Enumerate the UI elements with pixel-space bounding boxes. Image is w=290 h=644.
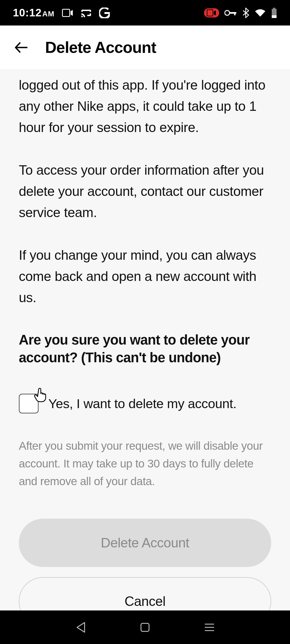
cancel-button[interactable]: Cancel (19, 577, 271, 610)
google-g-icon (99, 8, 110, 18)
svg-rect-5 (273, 8, 275, 9)
status-time: 10:12AM (13, 7, 55, 19)
nav-home-button[interactable] (137, 619, 153, 635)
svg-rect-7 (272, 15, 277, 18)
nav-back-button[interactable] (73, 619, 89, 635)
info-paragraph-1: logged out of this app. If you're logged… (19, 75, 271, 138)
back-button[interactable] (13, 39, 30, 56)
cast-icon (81, 9, 92, 17)
arrow-left-icon (13, 40, 29, 55)
confirm-checkbox-row: Yes, I want to delete my account. (19, 394, 271, 414)
confirm-heading: Are you sure you want to delete your acc… (19, 331, 271, 367)
triangle-back-icon (75, 621, 86, 633)
app-bar: Delete Account (0, 25, 290, 70)
status-bar: 10:12AM (0, 0, 290, 25)
battery-icon (271, 8, 277, 18)
content: logged out of this app. If you're logged… (0, 70, 290, 610)
svg-point-2 (225, 10, 230, 15)
svg-rect-4 (234, 12, 235, 15)
time-value: 10:12 (13, 7, 42, 19)
vpn-key-icon (224, 10, 237, 16)
info-paragraph-2: To access your order information after y… (19, 160, 271, 223)
button-group: Delete Account Cancel (19, 519, 271, 610)
svg-rect-1 (207, 10, 213, 16)
page-title: Delete Account (45, 38, 156, 57)
camera-icon (62, 9, 73, 17)
svg-rect-8 (141, 623, 149, 631)
svg-rect-0 (62, 9, 70, 16)
disclaimer-text: After you submit your request, we will d… (19, 437, 271, 491)
confirm-checkbox-label: Yes, I want to delete my account. (48, 396, 237, 411)
recents-icon (204, 623, 215, 632)
navigation-bar (0, 610, 290, 644)
status-right (204, 8, 277, 18)
delete-account-button[interactable]: Delete Account (19, 519, 271, 567)
status-left: 10:12AM (13, 7, 110, 19)
nav-recents-button[interactable] (201, 619, 218, 635)
screen-record-icon (204, 8, 219, 17)
time-ampm: AM (42, 10, 55, 18)
info-paragraph-3: If you change your mind, you can always … (19, 245, 271, 308)
confirm-checkbox[interactable] (19, 394, 39, 414)
bluetooth-icon (242, 8, 249, 18)
square-home-icon (140, 622, 150, 632)
wifi-icon (255, 9, 266, 17)
